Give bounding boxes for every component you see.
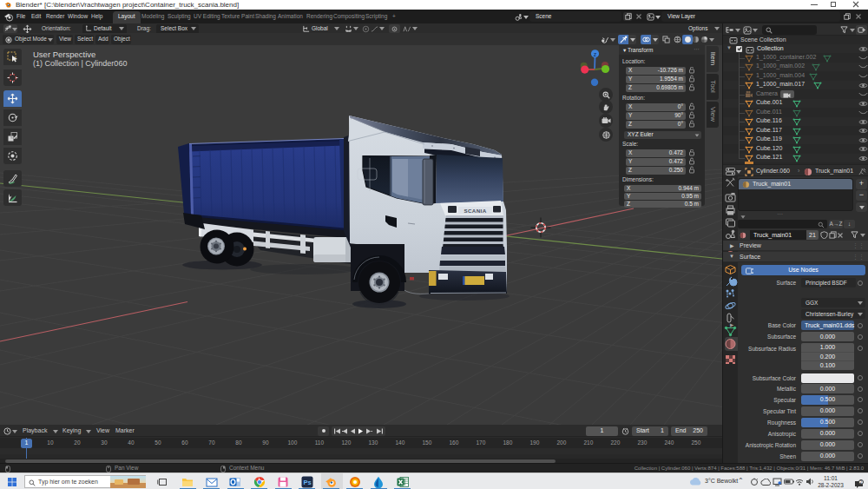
svg-text:Ps: Ps bbox=[303, 479, 311, 486]
svg-text:z: z bbox=[594, 51, 597, 57]
svg-text:SCANIA: SCANIA bbox=[464, 208, 486, 214]
